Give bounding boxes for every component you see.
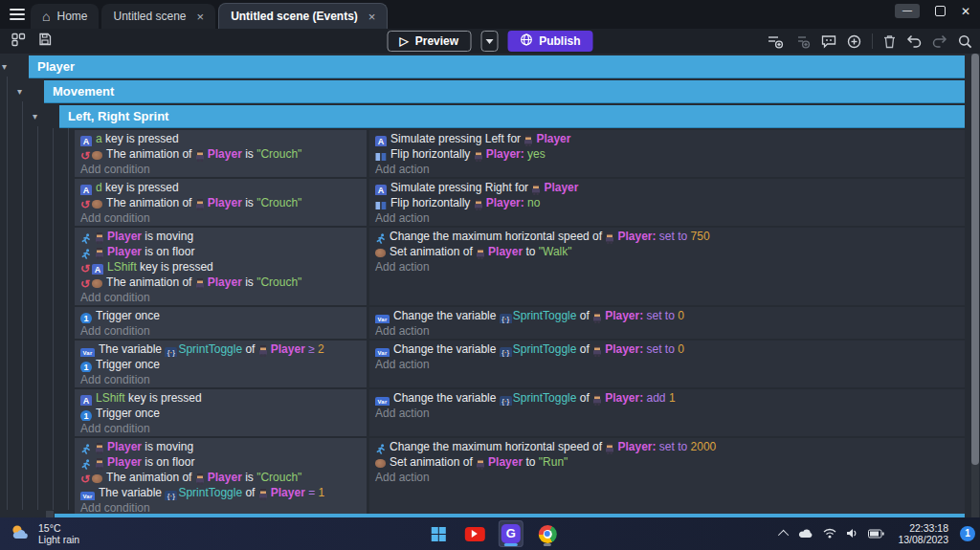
condition-line[interactable]: Player is moving [75, 229, 367, 244]
close-icon[interactable]: × [368, 10, 376, 24]
save-icon[interactable] [38, 33, 52, 50]
clock[interactable]: 22:33:18 13/08/2023 [898, 522, 948, 545]
text-token: key is pressed [125, 391, 202, 405]
condition-line[interactable]: VarThe variable {·}SprintToggle of Playe… [75, 341, 367, 357]
wifi-icon[interactable] [823, 525, 836, 542]
add-condition-button[interactable]: Add condition [75, 323, 367, 339]
text-token: SprintToggle [513, 391, 577, 405]
close-window-button[interactable]: ✕ [961, 6, 970, 17]
speaker-icon[interactable] [846, 525, 858, 542]
condition-line[interactable]: ALShift key is pressed [75, 390, 367, 406]
circle-add-icon[interactable] [847, 34, 861, 49]
tab-untitled-scene-events[interactable]: Untitled scene (Events) × [218, 3, 388, 29]
action-line[interactable]: Set animation of Player to "Run" [369, 454, 965, 470]
tab-untitled-scene[interactable]: Untitled scene × [101, 4, 215, 29]
search-icon[interactable] [958, 34, 972, 49]
preview-dropdown-button[interactable] [480, 31, 498, 52]
weather-widget[interactable]: 15°CLight rain [10, 522, 79, 545]
chevron-up-icon[interactable] [778, 530, 789, 540]
group-header-left-right-sprint[interactable]: Left, Right Sprint [59, 105, 965, 128]
home-icon: ⌂ [42, 11, 50, 22]
add-subevent-icon[interactable] [794, 34, 811, 49]
chevron-down-icon [485, 39, 493, 44]
condition-line[interactable]: 1Trigger once [75, 357, 367, 372]
add-condition-button[interactable]: Add condition [75, 372, 367, 387]
scrollbar-thumb[interactable] [971, 54, 979, 465]
preview-button[interactable]: ▷ Preview [388, 31, 472, 52]
condition-line[interactable]: ↺The animation of Player is "Crouch" [75, 146, 367, 162]
add-condition-button[interactable]: Add condition [75, 290, 367, 305]
add-condition-button[interactable]: Add condition [75, 421, 367, 436]
battery-icon[interactable] [868, 525, 884, 542]
add-event-icon[interactable] [768, 34, 784, 49]
youtube-icon[interactable] [462, 520, 487, 547]
close-icon[interactable]: × [197, 10, 205, 24]
condition-line[interactable]: ↺The animation of Player is "Crouch" [75, 470, 367, 485]
action-line[interactable]: VarChange the variable {·}SprintToggle o… [369, 308, 965, 323]
text-token: set to [657, 230, 691, 243]
delete-icon[interactable] [883, 34, 896, 49]
text-token: to [523, 455, 539, 469]
condition-line[interactable]: ↺The animation of Player is "Crouch" [75, 275, 367, 290]
action-line[interactable]: VarChange the variable {·}SprintToggle o… [369, 390, 965, 406]
add-action-button[interactable]: Add action [369, 259, 965, 275]
condition-line[interactable]: Player is on floor [75, 454, 367, 470]
add-action-button[interactable]: Add action [369, 406, 965, 421]
maximize-button[interactable] [935, 6, 946, 16]
condition-line[interactable]: 1Trigger once [75, 308, 367, 323]
add-action-button[interactable]: Add action [369, 470, 965, 485]
condition-line[interactable]: Player is moving [75, 439, 367, 454]
platformer-icon [80, 246, 91, 259]
condition-line[interactable]: Ad key is pressed [75, 180, 367, 195]
condition-line[interactable]: Player is on floor [75, 244, 367, 259]
add-action-button[interactable]: Add action [369, 210, 965, 226]
action-line[interactable]: Flip horizontally Player: no [369, 195, 965, 210]
undo-icon[interactable] [906, 34, 922, 48]
text-token: Change the variable [393, 309, 500, 322]
trigger-once-icon: 1 [80, 313, 92, 323]
notification-badge[interactable]: 1 [960, 526, 975, 541]
windows-start-icon[interactable] [426, 520, 451, 547]
action-line[interactable]: ASimulate pressing Left for Player [369, 131, 965, 146]
player-icon [258, 343, 268, 357]
action-line[interactable]: Change the maximum horizontal speed of P… [369, 439, 965, 454]
event-row: Aa key is pressed↺The animation of Playe… [75, 130, 965, 177]
condition-line[interactable]: Aa key is pressed [75, 131, 367, 146]
add-action-button[interactable]: Add action [369, 162, 965, 177]
add-action-button[interactable]: Add action [369, 357, 965, 372]
condition-line[interactable]: ↺ALShift key is pressed [75, 259, 367, 275]
redo-icon[interactable] [932, 34, 947, 48]
player-icon [605, 231, 614, 244]
add-action-button[interactable]: Add action [369, 323, 965, 339]
minimize-button[interactable]: — [895, 4, 920, 18]
cloud-icon[interactable] [798, 525, 813, 542]
text-token: "Crouch" [256, 196, 301, 209]
group-header-player[interactable]: Player [29, 55, 965, 78]
invert-icon: ↺ [80, 148, 90, 162]
tab-bar: ⌂ Home Untitled scene × Untitled scene (… [31, 3, 388, 29]
chrome-icon[interactable] [535, 520, 560, 547]
condition-line[interactable]: 1Trigger once [75, 406, 367, 421]
flip-icon [375, 197, 387, 210]
action-line[interactable]: Change the maximum horizontal speed of P… [369, 229, 965, 244]
gdevelop-icon[interactable]: G [499, 520, 523, 547]
add-condition-button[interactable]: Add condition [75, 162, 367, 177]
group-label: Player [37, 59, 75, 74]
animation-icon [375, 459, 386, 468]
publish-button[interactable]: Publish [507, 31, 592, 52]
add-comment-icon[interactable] [821, 34, 836, 49]
condition-line[interactable]: VarThe variable {·}SprintToggle of Playe… [75, 485, 367, 500]
action-line[interactable]: ASimulate pressing Right for Player [369, 180, 965, 195]
tab-home[interactable]: ⌂ Home [31, 4, 99, 29]
group-header-movement[interactable]: Movement [44, 80, 965, 103]
text-token: 750 [691, 230, 710, 243]
action-line[interactable]: Set animation of Player to "Walk" [369, 244, 965, 259]
panels-icon[interactable] [11, 33, 26, 51]
player-icon [476, 246, 485, 259]
action-line[interactable]: Flip horizontally Player: yes [369, 146, 965, 162]
action-line[interactable]: VarChange the variable {·}SprintToggle o… [369, 341, 965, 357]
condition-line[interactable]: ↺The animation of Player is "Crouch" [75, 195, 367, 210]
hamburger-menu-icon[interactable] [10, 9, 25, 23]
animation-icon [375, 249, 386, 257]
add-condition-button[interactable]: Add condition [75, 210, 367, 226]
